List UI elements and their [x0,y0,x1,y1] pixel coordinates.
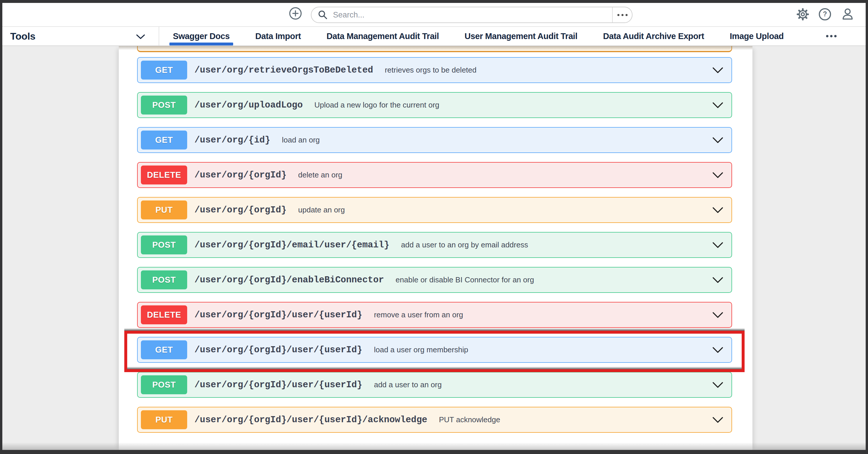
method-badge: GET [141,131,187,149]
endpoint-path: /user/org/uploadLogo [194,100,303,110]
search-input[interactable] [333,10,612,20]
api-row[interactable]: POST /user/org/uploadLogo Upload a new l… [137,92,732,118]
tab-user-management-audit-trail[interactable]: User Management Audit Trail [465,27,578,46]
svg-text:?: ? [823,10,827,18]
help-button[interactable]: ? [818,7,832,21]
bottom-shadow [2,442,866,450]
ellipsis-icon [617,14,619,16]
endpoint-description: PUT acknowledge [439,415,500,424]
toolbar: Tools Swagger Docs Data Import Data Mana… [2,27,866,46]
method-badge: POST [141,271,187,289]
search-icon [317,9,328,20]
highlight-shadow [124,328,745,331]
tools-dropdown[interactable]: Tools [2,27,159,46]
api-row[interactable]: POST /user/org/{orgId}/email/user/{email… [137,232,732,258]
method-badge: DELETE [141,305,187,324]
method-badge: GET [141,61,187,80]
endpoint-path: /user/org/{id} [194,135,270,145]
expand-chevron-icon[interactable] [712,312,723,318]
gear-icon [796,7,809,21]
api-row[interactable]: GET /user/org/retrieveOrgsToBeDeleted re… [137,57,732,83]
endpoint-description: Upload a new logo for the current org [314,101,439,110]
search-overflow-button[interactable] [612,7,632,23]
api-row[interactable]: PUT /user/org/{orgId}/user/{userId}/ackn… [137,407,732,433]
api-row[interactable]: POST /user/org/{orgId}/user/{userId} add… [137,372,732,398]
method-badge: POST [141,375,187,394]
endpoint-path: /user/org/{orgId} [194,170,286,180]
expand-chevron-icon[interactable] [712,417,723,423]
api-row[interactable]: DELETE /user/org/{orgId}/user/{userId} r… [137,302,732,328]
method-badge: GET [141,340,187,359]
endpoint-description: load an org [282,136,320,145]
content-area: GET /user/org/retrieveOrgsToBeDeleted re… [2,46,866,450]
search-bar [311,7,632,23]
endpoint-path: /user/org/{orgId}/user/{userId} [194,310,362,320]
expand-chevron-icon[interactable] [712,172,723,178]
ellipsis-icon [826,35,829,37]
endpoint-description: update an org [298,205,345,215]
swagger-panel: GET /user/org/retrieveOrgsToBeDeleted re… [119,46,752,450]
endpoint-path: /user/org/{orgId}/user/{userId}/acknowle… [194,415,427,425]
tab-data-management-audit-trail[interactable]: Data Management Audit Trail [327,27,439,46]
method-badge: PUT [141,410,187,429]
top-bar: ? [2,3,866,27]
api-row[interactable]: DELETE /user/org/{orgId} delete an org [137,162,732,188]
expand-chevron-icon[interactable] [712,382,723,388]
question-circle-icon: ? [818,7,832,21]
account-button[interactable] [841,7,854,21]
endpoint-description: add a user to an org [374,380,442,389]
api-row[interactable]: PUT /user/org/{orgId} update an org [137,197,732,223]
tab-list: Swagger Docs Data Import Data Management… [159,27,837,46]
method-badge: PUT [141,200,187,220]
endpoint-path: /user/org/{orgId}/user/{userId} [194,345,362,355]
expand-chevron-icon[interactable] [712,102,723,108]
endpoint-path: /user/org/{orgId} [194,205,286,215]
api-row-highlighted[interactable]: GET /user/org/{orgId}/user/{userId} load… [137,337,732,363]
chevron-down-icon [136,34,145,39]
endpoint-path: /user/org/retrieveOrgsToBeDeleted [194,65,373,75]
tab-image-upload[interactable]: Image Upload [730,27,783,46]
endpoint-description: add a user to an org by email address [401,240,528,250]
add-button[interactable] [289,7,302,20]
expand-chevron-icon[interactable] [712,67,723,74]
plus-circle-icon [289,7,302,20]
tab-swagger-docs[interactable]: Swagger Docs [173,27,230,46]
endpoint-list: GET /user/org/retrieveOrgsToBeDeleted re… [137,57,732,442]
api-row[interactable]: POST /user/org/{orgId}/enableBiConnector… [137,267,732,293]
expand-chevron-icon[interactable] [712,137,723,143]
endpoint-description: remove a user from an org [374,310,463,319]
endpoint-description: enable or disable BI Connector for an or… [396,275,534,284]
expand-chevron-icon[interactable] [712,207,723,213]
method-badge: POST [141,235,187,254]
expand-chevron-icon[interactable] [712,277,723,283]
method-badge: POST [141,95,187,115]
highlight-shadow [127,367,742,369]
endpoint-path: /user/org/{orgId}/email/user/{email} [194,240,390,250]
endpoint-description: retrieves orgs to be deleted [385,65,476,75]
expand-chevron-icon[interactable] [712,347,723,353]
method-badge: DELETE [141,166,187,185]
tabs-more-button[interactable] [826,35,837,37]
tools-label: Tools [10,31,35,42]
endpoint-description: load a user org membership [374,345,468,354]
tabbar-shadow [119,46,752,50]
tab-data-import[interactable]: Data Import [255,27,301,46]
user-icon [841,7,854,21]
tab-data-audit-archive-export[interactable]: Data Audit Archive Export [603,27,704,46]
endpoint-path: /user/org/{orgId}/enableBiConnector [194,275,384,285]
endpoint-description: delete an org [298,170,342,179]
api-row[interactable]: GET /user/org/{id} load an org [137,127,732,153]
endpoint-path: /user/org/{orgId}/user/{userId} [194,380,362,390]
settings-button[interactable] [796,7,809,21]
expand-chevron-icon[interactable] [712,242,723,248]
